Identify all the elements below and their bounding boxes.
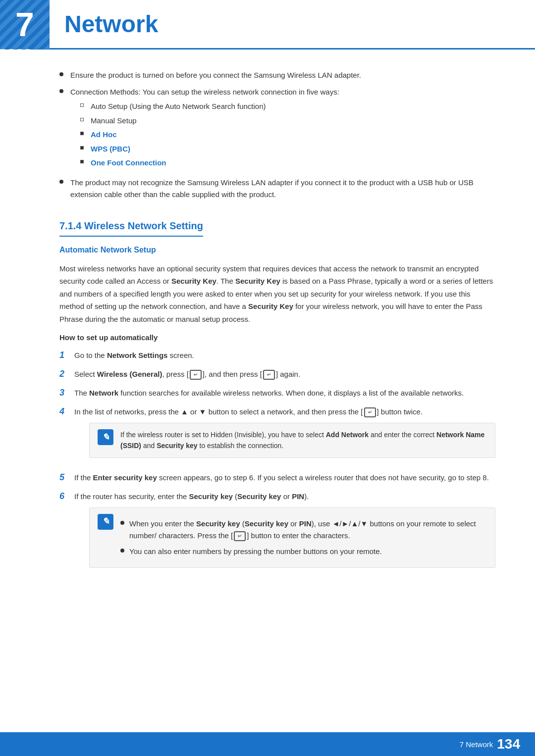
bullet-text-3: The product may not recognize the Samsun… (70, 177, 495, 201)
step-number-6: 6 (59, 491, 74, 502)
note-icon-2: ✎ (98, 514, 113, 530)
sub-item-text-3: Ad Hoc (91, 129, 117, 141)
note-box-step6: ✎ When you enter the Security key (Secur… (89, 507, 495, 568)
step-number-5: 5 (59, 472, 74, 483)
sub-item-1: Auto Setup (Using the Auto Network Searc… (80, 101, 495, 112)
step-1: 1 Go to the Network Settings screen. (59, 350, 495, 361)
note-box-step4: ✎ If the wireless router is set to Hidde… (89, 423, 495, 458)
section-heading-714: 7.1.4 Wireless Network Setting (59, 220, 203, 237)
sub-square-4 (80, 146, 84, 150)
step-text-4: In the list of networks, press the ▲ or … (74, 406, 495, 465)
step-text-6: If the router has security, enter the Se… (74, 491, 495, 575)
chapter-number: 7 (15, 7, 34, 41)
step-2: 2 Select Wireless (General), press [↵], … (59, 368, 495, 380)
step-text-3: The Network function searches for availa… (74, 387, 495, 399)
step-text-5: If the Enter security key screen appears… (74, 472, 495, 484)
main-content: Ensure the product is turned on before y… (0, 50, 535, 620)
bullet-text-2: Connection Methods: You can setup the wi… (70, 86, 495, 172)
sub-item-text-2: Manual Setup (91, 115, 137, 127)
auto-setup-para: Most wireless networks have an optional … (59, 262, 495, 326)
note-icon-1: ✎ (98, 429, 113, 445)
step-4: 4 In the list of networks, press the ▲ o… (59, 406, 495, 465)
step-number-1: 1 (59, 350, 74, 360)
bullet-item-1: Ensure the product is turned on before y… (59, 69, 495, 81)
page-footer: 7 Network 134 (0, 732, 535, 756)
step-6-sub-bullets: When you enter the Security key (Securit… (120, 518, 487, 557)
note-icon-symbol-1: ✎ (102, 430, 109, 445)
note-text-1: If the wireless router is set to Hidden … (120, 429, 487, 452)
sub-step-6-1: When you enter the Security key (Securit… (120, 518, 487, 542)
sub-dot-1 (120, 521, 124, 525)
bullet-dot-3 (59, 180, 63, 184)
sub-bullet-list: Auto Setup (Using the Auto Network Searc… (80, 101, 495, 169)
sub-item-text-1: Auto Setup (Using the Auto Network Searc… (91, 101, 266, 112)
chapter-title: Network (64, 10, 158, 38)
sub-dot-2 (120, 549, 124, 553)
step-text-2: Select Wireless (General), press [↵], an… (74, 368, 495, 380)
subsection-heading-auto: Automatic Network Setup (59, 246, 156, 254)
sub-item-3: Ad Hoc (80, 129, 495, 141)
step-number-3: 3 (59, 387, 74, 398)
section-714-heading: 7.1.4 Wireless Network Setting (59, 220, 495, 246)
bullet-dot-2 (59, 89, 63, 93)
sub-square-3 (80, 132, 84, 135)
enter-key-icon-3: ↵ (364, 407, 376, 417)
enter-key-icon-1: ↵ (190, 370, 202, 380)
sub-step-text-6-2: You can also enter numbers by pressing t… (129, 546, 382, 557)
sub-square-2 (80, 118, 84, 121)
note-text-2: When you enter the Security key (Securit… (120, 514, 487, 561)
bullet-dot (59, 72, 63, 76)
bullet-item-2: Connection Methods: You can setup the wi… (59, 86, 495, 172)
enter-key-icon-2: ↵ (263, 370, 275, 380)
footer-label: 7 Network (460, 740, 493, 749)
sub-item-4: WPS (PBC) (80, 144, 495, 155)
sub-step-6-2: You can also enter numbers by pressing t… (120, 546, 487, 557)
sub-item-2: Manual Setup (80, 115, 495, 127)
sub-item-text-5: One Foot Connection (91, 157, 166, 169)
how-to-heading: How to set up automatically (59, 333, 495, 342)
intro-bullet-section: Ensure the product is turned on before y… (59, 69, 495, 201)
note-icon-symbol-2: ✎ (102, 514, 109, 529)
step-6: 6 If the router has security, enter the … (59, 491, 495, 575)
chapter-number-box: 7 (0, 0, 50, 49)
footer-page: 134 (497, 736, 520, 752)
section-714: 7.1.4 Wireless Network Setting Automatic… (59, 220, 495, 575)
step-3: 3 The Network function searches for avai… (59, 387, 495, 399)
page-header: 7 Network (0, 0, 535, 50)
sub-item-text-4: WPS (PBC) (91, 144, 130, 155)
step-number-4: 4 (59, 406, 74, 417)
bullet-text-1: Ensure the product is turned on before y… (70, 69, 495, 81)
sub-square (80, 103, 84, 107)
step-number-2: 2 (59, 368, 74, 379)
enter-key-icon-4: ↵ (234, 531, 246, 541)
step-text-1: Go to the Network Settings screen. (74, 350, 495, 361)
sub-item-5: One Foot Connection (80, 157, 495, 169)
sub-square-5 (80, 160, 84, 163)
steps-list: 1 Go to the Network Settings screen. 2 S… (59, 350, 495, 575)
bullet-item-3: The product may not recognize the Samsun… (59, 177, 495, 201)
sub-step-text-6-1: When you enter the Security key (Securit… (129, 518, 487, 542)
step-5: 5 If the Enter security key screen appea… (59, 472, 495, 484)
